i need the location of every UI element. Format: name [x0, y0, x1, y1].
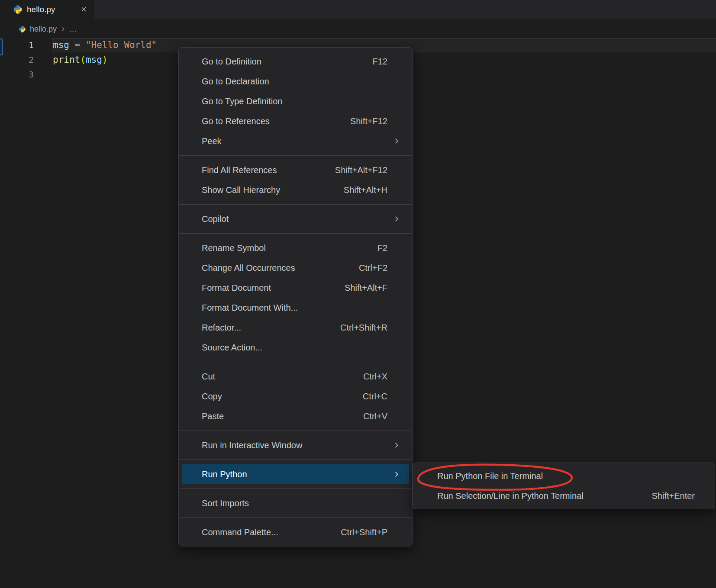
- code-line[interactable]: msg = "Hello World": [53, 38, 157, 52]
- menu-item-label: Go to Type Definition: [202, 96, 387, 106]
- menu-item-shortcut: Shift+Alt+F12: [335, 165, 387, 175]
- menu-item-label: Command Palette...: [202, 527, 341, 537]
- menu-item-label: Rename Symbol: [202, 243, 377, 253]
- close-icon[interactable]: [79, 5, 88, 14]
- tab-bar: hello.py: [0, 0, 716, 19]
- menu-item-label: Run Python: [202, 469, 387, 479]
- menu-item-find-all-references[interactable]: Find All ReferencesShift+Alt+F12: [179, 160, 412, 180]
- code-token: =: [69, 40, 86, 50]
- menu-separator: [179, 233, 412, 234]
- menu-item-label: Find All References: [202, 165, 335, 175]
- menu-item-label: Show Call Hierarchy: [202, 185, 344, 195]
- menu-item-run-python[interactable]: Run Python: [182, 464, 409, 484]
- menu-item-run-python-file-in-terminal[interactable]: Run Python File in Terminal: [413, 466, 715, 486]
- code-token: (: [80, 55, 86, 65]
- menu-item-shortcut: Ctrl+C: [363, 392, 387, 402]
- menu-item-shortcut: Shift+Enter: [651, 491, 695, 501]
- menu-item-label: Run Python File in Terminal: [437, 471, 695, 481]
- menu-item-run-selection-line-in-python-terminal[interactable]: Run Selection/Line in Python TerminalShi…: [413, 486, 715, 506]
- submenu-chevron-icon: [393, 471, 400, 478]
- menu-item-label: Change All Occurrences: [202, 263, 359, 273]
- menu-item-paste[interactable]: PasteCtrl+V: [179, 406, 412, 426]
- code-line[interactable]: [53, 67, 157, 82]
- code-token: msg: [86, 55, 102, 65]
- menu-item-shortcut: Ctrl+Shift+P: [341, 527, 387, 537]
- menu-item-cut[interactable]: CutCtrl+X: [179, 366, 412, 386]
- menu-item-rename-symbol[interactable]: Rename SymbolF2: [179, 238, 412, 258]
- menu-item-label: Refactor...: [202, 323, 340, 333]
- menu-item-format-document-with[interactable]: Format Document With...: [179, 298, 412, 318]
- left-edge-focus-fragment: [0, 39, 3, 55]
- code-area[interactable]: msg = "Hello World"print(msg): [53, 38, 157, 82]
- menu-item-label: Go to Declaration: [202, 77, 387, 87]
- vscode-window: hello.py hello.py ... 123 msg = "Hello W…: [0, 0, 716, 588]
- menu-item-shortcut: Shift+F12: [350, 116, 387, 126]
- line-number: 3: [0, 67, 34, 82]
- menu-item-shortcut: F2: [377, 243, 387, 253]
- menu-item-change-all-occurrences[interactable]: Change All OccurrencesCtrl+F2: [179, 258, 412, 278]
- menu-item-label: Run in Interactive Window: [202, 440, 387, 450]
- menu-item-shortcut: Ctrl+F2: [359, 263, 387, 273]
- submenu-chevron-icon: [393, 138, 400, 145]
- menu-item-copy[interactable]: CopyCtrl+C: [179, 386, 412, 406]
- menu-item-shortcut: Ctrl+V: [363, 411, 387, 421]
- menu-separator: [179, 204, 412, 205]
- menu-item-peek[interactable]: Peek: [179, 131, 412, 151]
- menu-item-copilot[interactable]: Copilot: [179, 209, 412, 229]
- menu-item-label: Peek: [202, 136, 387, 146]
- menu-item-command-palette[interactable]: Command Palette...Ctrl+Shift+P: [179, 522, 412, 542]
- menu-item-shortcut: Shift+Alt+F: [345, 283, 387, 293]
- submenu-chevron-icon: [393, 442, 400, 449]
- menu-item-label: Run Selection/Line in Python Terminal: [437, 491, 651, 501]
- menu-item-label: Copilot: [202, 214, 387, 224]
- menu-separator: [179, 155, 412, 156]
- tab-hello-py[interactable]: hello.py: [0, 0, 94, 19]
- python-icon: [19, 26, 26, 33]
- menu-item-format-document[interactable]: Format DocumentShift+Alt+F: [179, 278, 412, 298]
- python-icon: [13, 5, 23, 14]
- menu-item-show-call-hierarchy[interactable]: Show Call HierarchyShift+Alt+H: [179, 180, 412, 200]
- menu-item-sort-imports[interactable]: Sort Imports: [179, 493, 412, 513]
- menu-item-label: Copy: [202, 392, 363, 402]
- code-token: ): [102, 55, 108, 65]
- menu-item-label: Format Document With...: [202, 303, 387, 313]
- menu-separator: [179, 459, 412, 460]
- chevron-right-icon: [60, 26, 66, 32]
- menu-item-refactor[interactable]: Refactor...Ctrl+Shift+R: [179, 318, 412, 337]
- menu-item-shortcut: Ctrl+X: [363, 372, 387, 382]
- menu-item-label: Go to References: [202, 116, 350, 126]
- run-python-submenu: Run Python File in TerminalRun Selection…: [413, 463, 715, 509]
- line-number-gutter: 123: [0, 38, 34, 82]
- menu-item-shortcut: F12: [373, 57, 387, 67]
- breadcrumb-file[interactable]: hello.py: [30, 25, 57, 34]
- menu-separator: [179, 488, 412, 489]
- breadcrumb: hello.py ...: [19, 22, 77, 35]
- menu-item-source-action[interactable]: Source Action...: [179, 337, 412, 357]
- tab-label: hello.py: [27, 5, 79, 14]
- line-number: 2: [0, 52, 34, 67]
- menu-item-label: Go to Definition: [202, 57, 373, 67]
- menu-item-label: Paste: [202, 411, 363, 421]
- menu-item-label: Format Document: [202, 283, 345, 293]
- menu-item-label: Source Action...: [202, 343, 387, 353]
- submenu-chevron-icon: [393, 215, 400, 222]
- menu-item-label: Cut: [202, 372, 363, 382]
- menu-separator: [179, 362, 412, 362]
- code-token: msg: [53, 40, 69, 50]
- line-number: 1: [0, 38, 34, 52]
- code-token: "Hello World": [86, 40, 157, 50]
- code-line[interactable]: print(msg): [53, 52, 157, 67]
- menu-item-shortcut: Shift+Alt+H: [344, 185, 387, 195]
- menu-item-go-to-type-definition[interactable]: Go to Type Definition: [179, 91, 412, 111]
- menu-separator: [179, 431, 412, 431]
- menu-item-go-to-declaration[interactable]: Go to Declaration: [179, 71, 412, 91]
- menu-item-label: Sort Imports: [202, 498, 387, 508]
- menu-item-go-to-references[interactable]: Go to ReferencesShift+F12: [179, 111, 412, 131]
- code-token: print: [53, 55, 80, 65]
- menu-separator: [179, 517, 412, 518]
- menu-item-go-to-definition[interactable]: Go to DefinitionF12: [179, 51, 412, 71]
- context-menu: Go to DefinitionF12Go to DeclarationGo t…: [178, 47, 413, 546]
- menu-item-run-in-interactive-window[interactable]: Run in Interactive Window: [179, 435, 412, 455]
- menu-item-shortcut: Ctrl+Shift+R: [340, 323, 387, 333]
- breadcrumb-symbol-ellipsis[interactable]: ...: [69, 25, 77, 34]
